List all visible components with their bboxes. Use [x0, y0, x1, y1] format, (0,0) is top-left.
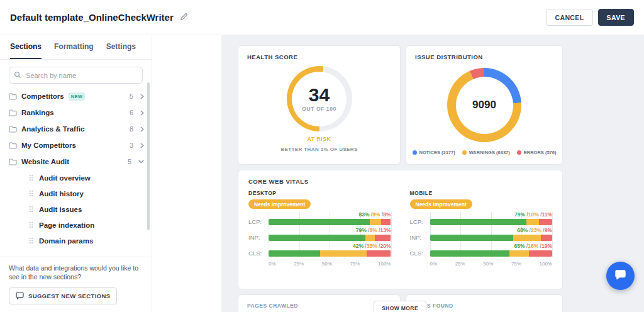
sidebar-item-rankings[interactable]: Rankings6: [0, 104, 152, 121]
urls-found-card: URLS FOUND: [406, 294, 563, 312]
sidebar-tabs: SectionsFormattingSettings: [0, 35, 152, 60]
tab-formatting[interactable]: Formatting: [54, 35, 94, 59]
edit-title-button[interactable]: [180, 12, 188, 23]
sidebar-item-page-indexation[interactable]: Page indexation: [0, 217, 152, 233]
chevron-right-icon[interactable]: [140, 126, 144, 132]
health-comparison-label: BETTER THAN 1% OF USERS: [247, 147, 391, 152]
tab-settings[interactable]: Settings: [106, 35, 136, 59]
legend-item-warnings-6337: WARNINGS (6337): [462, 150, 510, 155]
bar-row: INP:: [269, 235, 391, 241]
axis-tick: 100%: [378, 261, 391, 267]
bar-segment: [529, 250, 552, 257]
show-more-button[interactable]: SHOW MORE: [374, 301, 426, 312]
bar-segment: [430, 219, 527, 225]
drag-handle-icon[interactable]: [29, 188, 33, 199]
sidebar-item-audit-history[interactable]: Audit history: [0, 186, 152, 201]
chevron-down-icon[interactable]: [138, 160, 144, 164]
search-box: [9, 67, 143, 84]
chat-widget-button[interactable]: [606, 262, 635, 290]
legend-dot: [462, 150, 467, 155]
folder-count: 6: [130, 109, 133, 116]
issue-total-value: 9090: [472, 99, 496, 111]
bar-segment: [269, 219, 370, 225]
sidebar-item-competitors[interactable]: CompetitorsNEW5: [0, 88, 152, 104]
status-badge: Needs improvement: [248, 199, 311, 209]
section-label: Audit overview: [39, 174, 91, 182]
section-label: Audit history: [39, 190, 84, 198]
health-score-title: HEALTH SCORE: [247, 53, 391, 60]
drag-handle-icon[interactable]: [29, 235, 33, 247]
chevron-right-icon[interactable]: [140, 94, 144, 99]
axis-tick: 100%: [539, 261, 552, 267]
tab-sections[interactable]: Sections: [10, 35, 42, 59]
chevron-right-icon[interactable]: [140, 143, 144, 148]
pct-pr: 11%: [541, 211, 552, 218]
issue-legend: NOTICES (2177)WARNINGS (6337)ERRORS (576…: [415, 150, 553, 157]
sidebar-item-analytics-traffic[interactable]: Analytics & Traffic8: [0, 121, 152, 137]
sidebar-item-audit-issues[interactable]: Audit issues: [0, 201, 152, 217]
health-gauge-center: 34 OUT OF 100: [292, 72, 347, 126]
pct-pg: 68%: [517, 227, 528, 233]
report-preview: HEALTH SCORE 34 OUT OF 100 AT RISK BETTE…: [221, 35, 644, 312]
stacked-bar: [430, 235, 553, 241]
axis-tick: 75%: [511, 261, 521, 267]
sidebar-scrollbar[interactable]: [147, 82, 150, 230]
sections-sidebar: SectionsFormattingSettings CompetitorsNE…: [0, 35, 152, 312]
bar-segment: [526, 219, 538, 225]
urls-found-title: URLS FOUND: [415, 303, 553, 309]
section-label: Domain params: [39, 237, 93, 245]
sidebar-item-my-competitors[interactable]: My Competitors3: [0, 137, 152, 153]
pct-pg: 65%: [514, 243, 525, 249]
metric-values: 65% /16% /19%: [430, 242, 553, 250]
folder-label: My Competitors: [21, 142, 76, 149]
section-label: Audit issues: [39, 206, 82, 213]
drag-handle-icon[interactable]: [29, 172, 33, 184]
axis-tick: 50%: [322, 261, 332, 267]
pencil-icon: [180, 12, 188, 23]
pct-pg: 83%: [358, 211, 369, 218]
x-axis: 0%25%50%75%100%: [430, 261, 553, 267]
bar-segment: [430, 250, 509, 257]
pages-crawled-title: PAGES CRAWLED: [247, 303, 391, 309]
cwv-metric-cls: 65% /16% /19%CLS:: [430, 242, 553, 257]
page-title: Default template_OnlineCheckWriter: [10, 12, 174, 23]
pct-pr: 19%: [541, 243, 552, 249]
sidebar-item-audit-overview[interactable]: Audit overview: [0, 170, 152, 186]
search-input[interactable]: [9, 67, 143, 84]
health-score-suffix: OUT OF 100: [302, 106, 336, 112]
metric-label: LCP:: [410, 218, 423, 225]
health-score-card: HEALTH SCORE 34 OUT OF 100 AT RISK BETTE…: [238, 45, 401, 165]
drag-handle-icon[interactable]: [29, 204, 33, 215]
folder-icon: [9, 109, 17, 116]
suggest-prompt-text: What data and integrations would you lik…: [9, 264, 143, 282]
pct-pg: 79%: [356, 227, 367, 233]
pct-py: 8%: [369, 227, 377, 233]
pct-py: 23%: [531, 227, 541, 233]
chevron-right-icon[interactable]: [140, 110, 144, 116]
sidebar-item-website-audit[interactable]: Website Audit5: [0, 153, 152, 170]
cancel-button[interactable]: CANCEL: [546, 9, 592, 26]
pct-pr: 9%: [545, 227, 552, 233]
metric-values: 68% /23% /9%: [430, 226, 553, 234]
bar-segment: [513, 235, 541, 241]
axis-tick: 0%: [430, 261, 438, 267]
pct-pr: 13%: [380, 227, 391, 233]
folder-label: Analytics & Traffic: [21, 125, 84, 133]
bar-row: CLS:: [269, 250, 391, 257]
pct-pg: 42%: [353, 243, 364, 249]
gridline: [552, 212, 553, 257]
axis-tick: 50%: [483, 261, 493, 267]
device-label: DESKTOP: [248, 190, 391, 196]
metric-label: CLS:: [410, 250, 423, 257]
save-button[interactable]: SAVE: [598, 9, 634, 26]
bar-segment: [367, 250, 391, 257]
bar-segment: [269, 235, 365, 241]
bar-segment: [320, 250, 367, 257]
sidebar-item-domain-params[interactable]: Domain params: [0, 233, 152, 248]
metric-label: INP:: [410, 234, 421, 241]
suggest-new-sections-button[interactable]: SUGGEST NEW SECTIONS: [9, 287, 117, 304]
pct-pr: 20%: [380, 243, 391, 249]
drag-handle-icon[interactable]: [29, 220, 33, 231]
folder-count: 3: [130, 142, 133, 149]
bar-segment: [381, 219, 391, 225]
